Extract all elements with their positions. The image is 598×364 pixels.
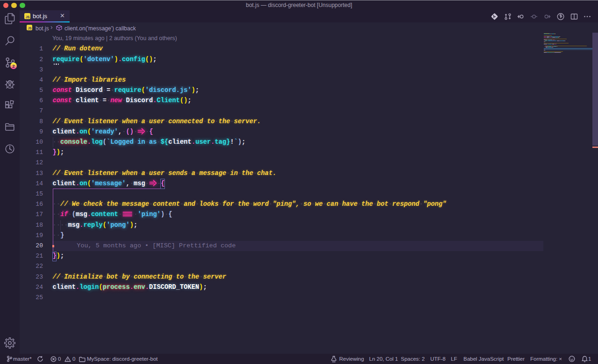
svg-text:JS: JS [26, 15, 30, 18]
svg-text:JS: JS [28, 27, 32, 30]
